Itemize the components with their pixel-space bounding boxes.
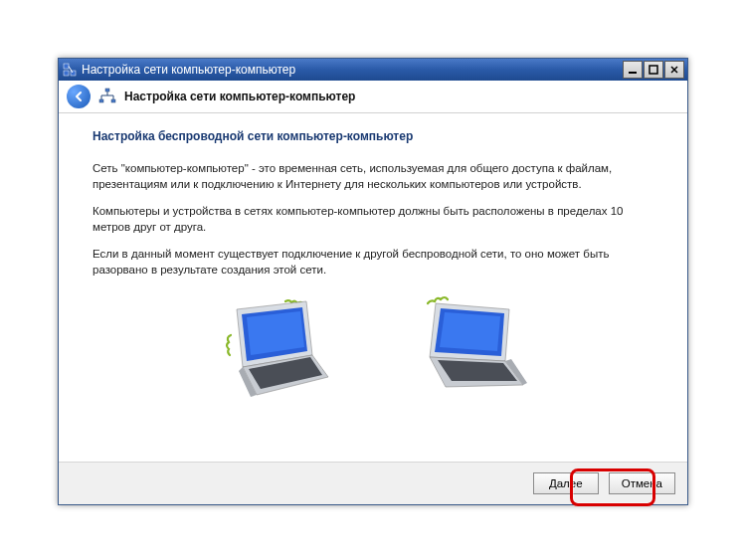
- titlebar: Настройка сети компьютер-компьютер: [59, 59, 687, 81]
- nav-row: Настройка сети компьютер-компьютер: [59, 81, 687, 113]
- window-title: Настройка сети компьютер-компьютер: [82, 63, 623, 77]
- paragraph-1: Сеть "компьютер-компьютер" - это временн…: [93, 161, 630, 192]
- content-heading: Настройка беспроводной сети компьютер-ко…: [93, 129, 653, 143]
- close-button[interactable]: [664, 61, 684, 79]
- minimize-button[interactable]: [623, 61, 643, 79]
- illustration: [93, 289, 653, 402]
- svg-rect-9: [99, 99, 103, 102]
- cancel-button[interactable]: Отмена: [609, 472, 675, 494]
- svg-rect-8: [105, 89, 109, 92]
- svg-rect-0: [64, 64, 69, 69]
- wizard-window: Настройка сети компьютер-компьютер: [58, 58, 688, 505]
- app-icon: [62, 62, 78, 78]
- svg-marker-23: [440, 312, 500, 351]
- back-button[interactable]: [67, 85, 91, 108]
- laptop-left-icon: [199, 289, 338, 402]
- next-button[interactable]: Далее: [533, 472, 599, 494]
- svg-rect-10: [111, 99, 115, 102]
- svg-rect-4: [629, 72, 637, 74]
- network-icon: [98, 88, 116, 105]
- svg-rect-2: [64, 71, 69, 76]
- footer-bar: Далее Отмена: [59, 462, 687, 504]
- maximize-button[interactable]: [644, 61, 663, 79]
- paragraph-2: Компьютеры и устройства в сетях компьюте…: [93, 204, 630, 235]
- paragraph-3: Если в данный момент существует подключе…: [93, 247, 630, 278]
- svg-rect-5: [650, 66, 657, 74]
- page-title: Настройка сети компьютер-компьютер: [124, 90, 355, 103]
- content-area: Настройка беспроводной сети компьютер-ко…: [59, 113, 687, 462]
- laptop-right-icon: [408, 289, 547, 402]
